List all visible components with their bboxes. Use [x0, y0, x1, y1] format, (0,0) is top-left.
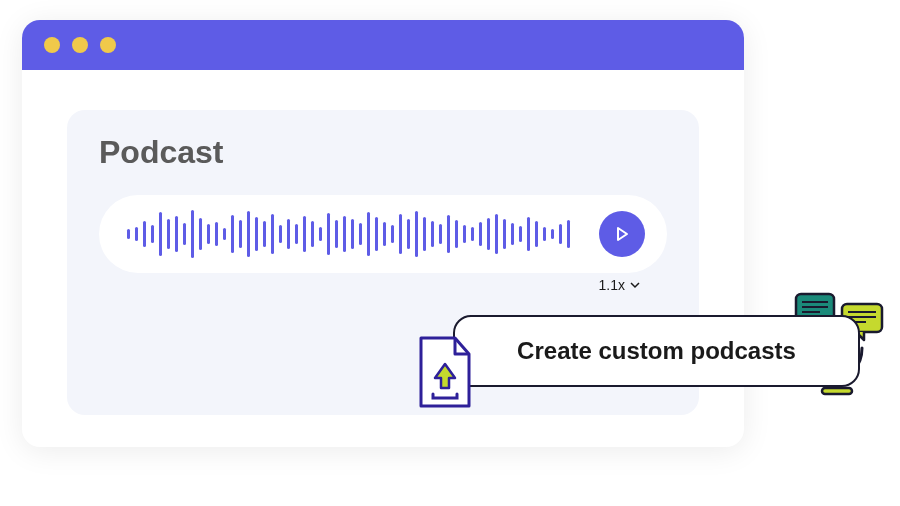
waveform-bar — [311, 221, 314, 247]
waveform-bar — [279, 225, 282, 243]
waveform-bar — [503, 219, 506, 249]
waveform-bar — [399, 214, 402, 254]
waveform-bar — [551, 229, 554, 239]
waveform-bar — [567, 220, 570, 248]
waveform-bar — [535, 221, 538, 247]
waveform-bar — [343, 216, 346, 252]
waveform-bar — [335, 220, 338, 248]
speed-value: 1.1x — [599, 277, 625, 293]
waveform-bar — [495, 214, 498, 254]
waveform-bar — [527, 217, 530, 251]
speed-selector[interactable]: 1.1x — [599, 277, 641, 293]
waveform-bar — [151, 225, 154, 243]
waveform-bar — [167, 219, 170, 249]
waveform-bar — [519, 226, 522, 242]
titlebar — [22, 20, 744, 70]
play-button[interactable] — [599, 211, 645, 257]
waveform-bar — [455, 220, 458, 248]
waveform-bar — [271, 214, 274, 254]
traffic-light-minimize-icon[interactable] — [72, 37, 88, 53]
svg-rect-14 — [822, 388, 852, 394]
waveform-bar — [407, 219, 410, 249]
waveform-bar — [143, 221, 146, 247]
waveform-bar — [183, 223, 186, 245]
waveform-bar — [559, 224, 562, 244]
traffic-light-close-icon[interactable] — [44, 37, 60, 53]
waveform-bar — [223, 228, 226, 240]
panel-title: Podcast — [99, 134, 667, 171]
waveform-bar — [511, 223, 514, 245]
waveform-bar — [295, 224, 298, 244]
audio-player: 1.1x — [99, 195, 667, 273]
waveform-bar — [543, 227, 546, 241]
waveform-bar — [351, 219, 354, 249]
waveform-bar — [135, 227, 138, 241]
waveform-bar — [367, 212, 370, 256]
waveform-bar — [439, 224, 442, 244]
waveform-icon[interactable] — [127, 206, 583, 262]
waveform-bar — [479, 222, 482, 246]
waveform-bar — [447, 215, 450, 253]
waveform-bar — [415, 211, 418, 257]
waveform-bar — [423, 217, 426, 251]
waveform-bar — [463, 225, 466, 243]
waveform-bar — [255, 217, 258, 251]
waveform-bar — [471, 227, 474, 241]
traffic-light-maximize-icon[interactable] — [100, 37, 116, 53]
waveform-bar — [383, 222, 386, 246]
waveform-bar — [199, 218, 202, 250]
waveform-bar — [215, 222, 218, 246]
waveform-bar — [231, 215, 234, 253]
waveform-bar — [159, 212, 162, 256]
waveform-bar — [287, 219, 290, 249]
waveform-bar — [175, 216, 178, 252]
waveform-bar — [487, 218, 490, 250]
waveform-bar — [207, 224, 210, 244]
upload-document-icon[interactable] — [415, 334, 475, 410]
waveform-bar — [247, 211, 250, 257]
chevron-down-icon — [629, 281, 641, 289]
waveform-bar — [375, 217, 378, 251]
waveform-bar — [327, 213, 330, 255]
waveform-bar — [263, 221, 266, 247]
create-podcasts-callout[interactable]: Create custom podcasts — [453, 315, 860, 387]
waveform-bar — [359, 223, 362, 245]
waveform-bar — [239, 220, 242, 248]
waveform-bar — [319, 227, 322, 241]
waveform-bar — [127, 229, 130, 239]
waveform-bar — [303, 216, 306, 252]
waveform-bar — [391, 225, 394, 243]
callout-label: Create custom podcasts — [517, 337, 796, 365]
play-icon — [613, 225, 631, 243]
waveform-bar — [191, 210, 194, 258]
waveform-bar — [431, 221, 434, 247]
